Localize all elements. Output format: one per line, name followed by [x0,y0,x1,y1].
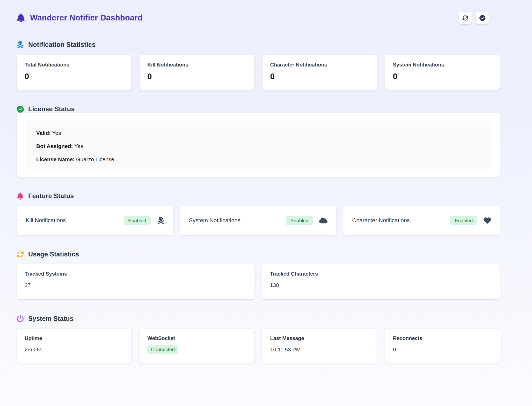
usage-card-tracked-characters: Tracked Characters 130 [262,264,500,299]
section-title: Usage Statistics [28,250,79,258]
section-title: Feature Status [28,192,74,200]
system-card-websocket: WebSocket Connected [140,329,254,363]
license-field-value: Yes [52,130,61,136]
license-details: Valid: Yes Bot Assigned: Yes License Nam… [26,121,491,168]
section-notification-statistics-header: Notification Statistics [17,41,500,48]
license-bot-line: Bot Assigned: Yes [36,143,480,149]
section-title: Notification Statistics [28,41,96,48]
header-title-group: Wanderer Notifier Dashboard [17,13,143,23]
license-valid-line: Valid: Yes [36,130,480,136]
bell-icon [17,193,24,200]
enabled-badge: Enabled [450,216,477,225]
feature-label: System Notifications [189,217,241,224]
stat-label: Kill Notifications [147,62,246,68]
heart-icon [484,217,491,224]
system-value: 10:11:53 PM [270,346,369,353]
system-card-uptime: Uptime 2m 26s [17,329,131,363]
system-label: Reconnects [393,335,492,341]
cloud-icon [319,217,327,224]
stat-card-kill-notifications: Kill Notifications 0 [140,55,254,90]
feature-status-grid: Kill Notifications Enabled System Notifi… [17,206,500,235]
feature-label: Character Notifications [352,217,410,224]
system-status-grid: Uptime 2m 26s WebSocket Connected Last M… [17,329,500,363]
usage-label: Tracked Systems [25,271,247,277]
feature-card-kill-notifications: Kill Notifications Enabled [17,206,173,235]
section-usage-statistics-header: Usage Statistics [17,250,500,258]
section-title: System Status [28,315,74,322]
status-check-button[interactable] [476,12,489,24]
section-feature-status-header: Feature Status [17,192,500,200]
license-field-value: Guarzo License [76,156,114,162]
feature-status-group: Enabled [450,216,491,225]
license-name-line: License Name: Guarzo License [36,156,480,163]
system-value: 0 [393,346,492,353]
feature-label: Kill Notifications [26,217,66,224]
notification-stats-grid: Total Notifications 0 Kill Notifications… [17,55,500,90]
usage-value: 130 [270,282,492,288]
system-label: Last Message [270,335,369,341]
header: Wanderer Notifier Dashboard [17,10,500,25]
stat-label: Character Notifications [270,62,369,68]
check-circle-icon [17,106,24,113]
skull-crossbones-icon [17,41,24,48]
dashboard-page: Wanderer Notifier Dashboard Notification… [17,0,500,363]
stat-value: 0 [25,72,123,81]
feature-status-group: Enabled [286,216,328,225]
stat-value: 0 [393,72,492,81]
stat-card-total-notifications: Total Notifications 0 [17,55,131,90]
system-label: WebSocket [147,335,246,341]
stat-card-system-notifications: System Notifications 0 [385,55,500,90]
stat-label: System Notifications [393,62,492,68]
system-card-reconnects: Reconnects 0 [385,329,500,363]
section-license-status-header: License Status [17,105,500,113]
system-value: 2m 26s [25,346,123,353]
usage-statistics-grid: Tracked Systems 27 Tracked Characters 13… [17,264,500,299]
stat-value: 0 [270,72,369,81]
stat-value: 0 [147,72,246,81]
license-field-label: License Name: [36,156,75,162]
license-card: Valid: Yes Bot Assigned: Yes License Nam… [17,113,500,177]
stat-card-character-notifications: Character Notifications 0 [263,55,377,90]
header-actions [459,12,489,24]
connected-badge: Connected [147,345,178,354]
enabled-badge: Enabled [286,216,313,225]
refresh-button[interactable] [459,12,472,24]
feature-card-character-notifications: Character Notifications Enabled [343,206,500,235]
enabled-badge: Enabled [124,216,151,225]
license-field-value: Yes [74,143,83,149]
feature-status-group: Enabled [124,216,164,225]
sync-icon [17,251,24,258]
page-title: Wanderer Notifier Dashboard [30,13,143,23]
license-field-label: Bot Assigned: [36,143,73,149]
check-circle-icon [479,15,485,21]
usage-card-tracked-systems: Tracked Systems 27 [17,264,254,299]
usage-label: Tracked Characters [270,271,492,277]
stat-label: Total Notifications [25,62,123,68]
skull-crossbones-icon [157,217,164,224]
usage-value: 27 [25,282,247,288]
power-icon [17,315,24,322]
license-field-label: Valid: [36,130,51,136]
feature-card-system-notifications: System Notifications Enabled [180,206,337,235]
section-title: License Status [28,105,75,113]
section-system-status-header: System Status [17,315,500,322]
refresh-icon [462,15,468,21]
system-card-last-message: Last Message 10:11:53 PM [263,329,377,363]
bell-icon [17,13,25,22]
system-label: Uptime [25,335,123,341]
